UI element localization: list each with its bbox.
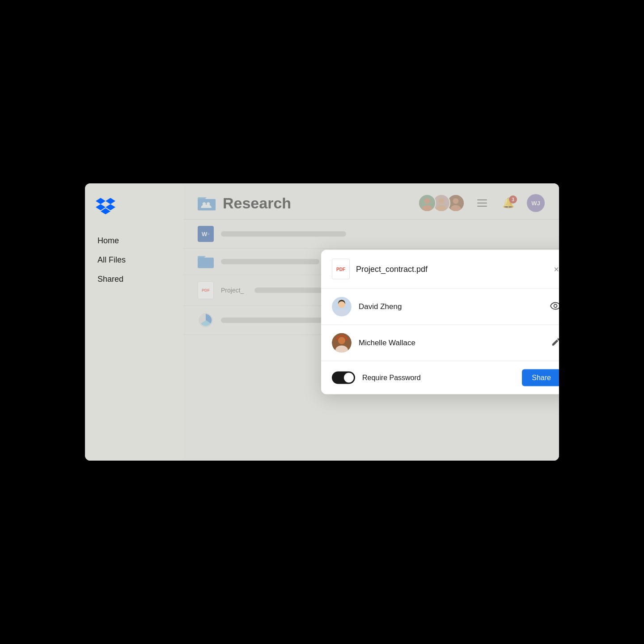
modal-user-avatar-david — [332, 297, 352, 317]
modal-close-button[interactable]: × — [552, 263, 559, 275]
modal-filename: Project_contract.pdf — [356, 264, 546, 274]
dropbox-logo-icon — [96, 198, 115, 215]
share-modal: PDF Project_contract.pdf × — [321, 250, 559, 394]
share-button[interactable]: Share — [522, 369, 559, 386]
modal-user-avatar-michelle — [332, 333, 352, 353]
modal-footer: Require Password Share — [321, 361, 559, 394]
sidebar-logo — [96, 198, 173, 216]
modal-pdf-icon: PDF — [332, 259, 350, 280]
sidebar-item-home[interactable]: Home — [96, 233, 173, 249]
sidebar-item-all-files[interactable]: All Files — [96, 252, 173, 268]
require-password-toggle[interactable] — [332, 372, 355, 384]
sidebar: Home All Files Shared — [85, 183, 183, 461]
toggle-thumb — [344, 373, 354, 383]
edit-permission-icon[interactable] — [551, 337, 559, 349]
modal-user-name-michelle: Michelle Wallace — [359, 339, 544, 347]
sidebar-navigation: Home All Files Shared — [96, 233, 173, 288]
modal-user-row-david: David Zheng — [321, 289, 559, 325]
modal-header: PDF Project_contract.pdf × — [321, 250, 559, 289]
require-password-label: Require Password — [362, 374, 515, 382]
svg-point-18 — [554, 304, 557, 307]
modal-user-name-david: David Zheng — [359, 302, 543, 311]
svg-point-20 — [338, 337, 345, 344]
view-permission-icon[interactable] — [550, 300, 559, 313]
modal-user-row-michelle: Michelle Wallace — [321, 325, 559, 361]
sidebar-item-shared[interactable]: Shared — [96, 271, 173, 288]
app-window: Home All Files Shared Research — [85, 183, 559, 461]
main-content: Research — [183, 183, 559, 461]
